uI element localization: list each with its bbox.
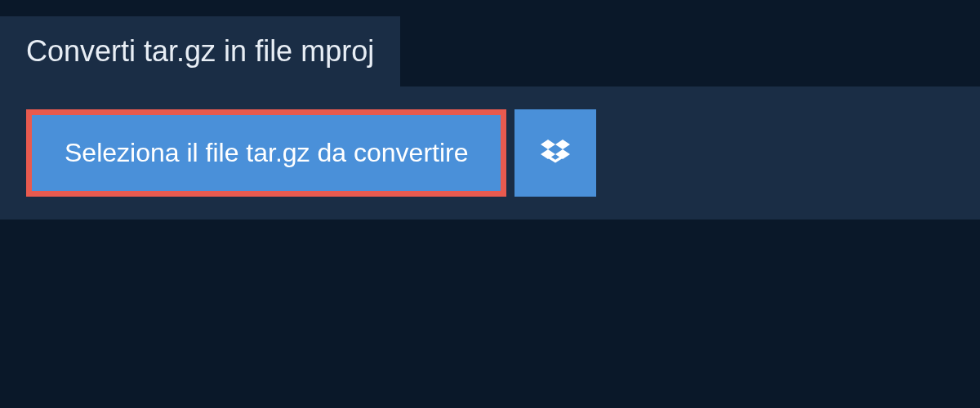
dropbox-icon (541, 137, 570, 169)
button-row: Seleziona il file tar.gz da convertire (26, 109, 954, 197)
header-tab: Converti tar.gz in file mproj (0, 16, 400, 86)
select-file-button[interactable]: Seleziona il file tar.gz da convertire (26, 109, 506, 197)
dropbox-button[interactable] (514, 109, 596, 197)
page-title: Converti tar.gz in file mproj (26, 34, 374, 69)
select-file-label: Seleziona il file tar.gz da convertire (65, 138, 468, 168)
content-area: Seleziona il file tar.gz da convertire (0, 86, 980, 220)
